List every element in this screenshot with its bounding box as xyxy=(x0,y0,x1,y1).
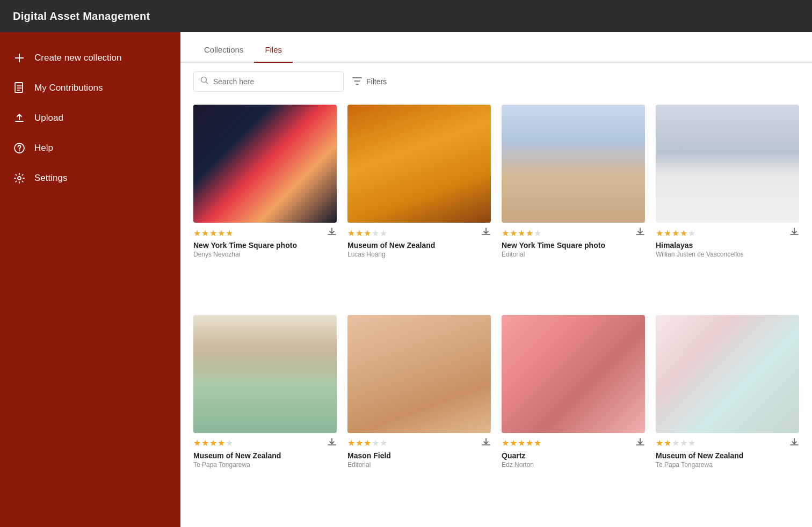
asset-card[interactable]: ★★★★★ Museum of New Zealand Te Papa Tong… xyxy=(656,315,799,515)
sidebar-item-settings[interactable]: Settings xyxy=(0,163,180,193)
star-rating: ★★★★★ xyxy=(656,228,696,238)
card-author: Te Papa Tongarewa xyxy=(656,461,799,469)
download-icon[interactable] xyxy=(327,437,337,449)
search-icon xyxy=(200,76,209,87)
asset-card[interactable]: ★★★★★ Mason Field Editorial xyxy=(347,315,491,515)
toolbar: Filters xyxy=(180,63,812,100)
star-rating: ★★★★★ xyxy=(193,438,234,448)
app-title: Digital Asset Management xyxy=(13,10,150,23)
download-icon[interactable] xyxy=(635,227,645,239)
card-image xyxy=(502,105,645,223)
card-author: Editorial xyxy=(502,251,645,258)
app-header: Digital Asset Management xyxy=(0,0,812,32)
card-image xyxy=(193,315,337,433)
star-rating: ★★★★★ xyxy=(193,228,234,238)
card-title: New York Time Square photo xyxy=(502,241,645,250)
sidebar-contributions-label: My Contributions xyxy=(34,83,103,93)
card-title: Museum of New Zealand xyxy=(347,241,491,250)
tab-collections[interactable]: Collections xyxy=(193,38,254,63)
card-author: Editorial xyxy=(347,461,491,469)
filters-label: Filters xyxy=(366,77,387,86)
tab-files[interactable]: Files xyxy=(254,38,293,63)
card-author: Willian Justen de Vasconcellos xyxy=(656,251,799,258)
card-image xyxy=(656,105,799,223)
svg-rect-1 xyxy=(15,57,24,58)
card-image xyxy=(347,315,491,433)
plus-icon xyxy=(13,52,26,64)
sidebar: Create new collection My Contributions U… xyxy=(0,32,180,527)
card-footer: ★★★★★ xyxy=(193,227,337,239)
card-author: Edz Norton xyxy=(502,461,645,469)
card-title: Museum of New Zealand xyxy=(656,451,799,460)
card-footer: ★★★★★ xyxy=(502,437,645,449)
star-rating: ★★★★★ xyxy=(347,228,388,238)
card-image xyxy=(502,315,645,433)
card-title: Quartz xyxy=(502,451,645,460)
sidebar-item-create[interactable]: Create new collection xyxy=(0,43,180,73)
card-image xyxy=(193,105,337,223)
document-icon xyxy=(13,82,26,94)
card-title: Mason Field xyxy=(347,451,491,460)
star-rating: ★★★★★ xyxy=(502,438,542,448)
card-footer: ★★★★★ xyxy=(656,437,799,449)
asset-card[interactable]: ★★★★★ New York Time Square photo Denys N… xyxy=(193,105,337,304)
card-title: New York Time Square photo xyxy=(193,241,337,250)
search-input[interactable] xyxy=(213,77,337,86)
card-footer: ★★★★★ xyxy=(656,227,799,239)
upload-icon xyxy=(13,112,26,125)
asset-card[interactable]: ★★★★★ Quartz Edz Norton xyxy=(502,315,645,515)
card-footer: ★★★★★ xyxy=(347,227,491,239)
download-icon[interactable] xyxy=(327,227,337,239)
sidebar-upload-label: Upload xyxy=(34,113,63,123)
sidebar-settings-label: Settings xyxy=(34,173,67,184)
download-icon[interactable] xyxy=(789,227,799,239)
sidebar-help-label: Help xyxy=(34,143,53,153)
card-image xyxy=(347,105,491,223)
card-footer: ★★★★★ xyxy=(193,437,337,449)
sidebar-item-upload[interactable]: Upload xyxy=(0,103,180,133)
download-icon[interactable] xyxy=(481,227,491,239)
content-area: Collections Files xyxy=(180,32,812,527)
sidebar-item-contributions[interactable]: My Contributions xyxy=(0,73,180,103)
card-author: Te Papa Tongarewa xyxy=(193,461,337,469)
card-title: Himalayas xyxy=(656,241,799,250)
star-rating: ★★★★★ xyxy=(502,228,542,238)
settings-icon xyxy=(13,172,26,185)
help-icon xyxy=(13,142,26,155)
asset-card[interactable]: ★★★★★ Himalayas Willian Justen de Vascon… xyxy=(656,105,799,304)
download-icon[interactable] xyxy=(635,437,645,449)
search-box[interactable] xyxy=(193,71,344,92)
star-rating: ★★★★★ xyxy=(656,438,696,448)
asset-card[interactable]: ★★★★★ Museum of New Zealand Te Papa Tong… xyxy=(193,315,337,515)
asset-card[interactable]: ★★★★★ Museum of New Zealand Lucas Hoang xyxy=(347,105,491,304)
card-author: Denys Nevozhai xyxy=(193,251,337,258)
filters-button[interactable]: Filters xyxy=(352,77,387,86)
star-rating: ★★★★★ xyxy=(347,438,388,448)
card-title: Museum of New Zealand xyxy=(193,451,337,460)
tab-bar: Collections Files xyxy=(180,38,812,63)
card-image xyxy=(656,315,799,433)
svg-rect-2 xyxy=(15,83,23,92)
main-layout: Create new collection My Contributions U… xyxy=(0,32,812,527)
card-footer: ★★★★★ xyxy=(502,227,645,239)
asset-grid: ★★★★★ New York Time Square photo Denys N… xyxy=(180,100,812,527)
sidebar-item-help[interactable]: Help xyxy=(0,133,180,163)
card-footer: ★★★★★ xyxy=(347,437,491,449)
svg-point-4 xyxy=(19,150,20,151)
card-author: Lucas Hoang xyxy=(347,251,491,258)
download-icon[interactable] xyxy=(481,437,491,449)
asset-card[interactable]: ★★★★★ New York Time Square photo Editori… xyxy=(502,105,645,304)
sidebar-create-label: Create new collection xyxy=(34,53,122,63)
svg-point-5 xyxy=(18,177,21,180)
download-icon[interactable] xyxy=(789,437,799,449)
filter-icon xyxy=(352,77,362,86)
